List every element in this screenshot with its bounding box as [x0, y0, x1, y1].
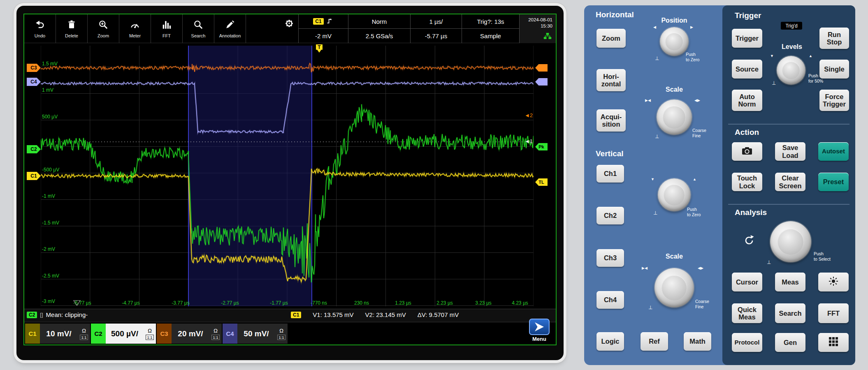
vertical-position-knob[interactable] — [658, 178, 691, 211]
trigger-level-cell[interactable]: -2 mV — [298, 29, 348, 43]
auto-norm-button[interactable]: Auto Norm — [732, 90, 762, 111]
right-marker-0[interactable] — [535, 64, 548, 72]
svg-text:T: T — [318, 44, 321, 50]
up-arrow-icon — [693, 177, 696, 181]
navigation-knob[interactable] — [770, 221, 811, 262]
preset-button[interactable]: Preset — [818, 173, 849, 191]
vertical-section-title: Vertical — [596, 149, 624, 158]
right-marker-pk[interactable]: Pk — [535, 143, 548, 150]
svg-text:-1.77 µs: -1.77 µs — [270, 300, 288, 306]
delete-button[interactable]: Delete — [56, 14, 88, 43]
svg-text:-2.5 mV: -2.5 mV — [42, 273, 59, 279]
search-button[interactable]: Search — [183, 14, 214, 43]
svg-text:◄2: ◄2 — [525, 112, 533, 118]
channel-marker-c4[interactable]: C4 — [27, 78, 41, 86]
vertical-scale-knob[interactable] — [654, 268, 694, 308]
measure-brackets-icon: [] — [40, 312, 43, 318]
meter-button[interactable]: Meter — [119, 14, 151, 43]
ch3-button[interactable]: Ch3 — [596, 249, 624, 267]
logic-button[interactable]: Logic — [596, 332, 624, 351]
horizontal-position-knob[interactable] — [660, 27, 689, 56]
acquisition-button[interactable]: Acqui- sition — [596, 109, 626, 132]
svg-text:500 µV: 500 µV — [42, 114, 58, 120]
gen-button[interactable]: Gen — [775, 333, 805, 352]
channel1-settings[interactable]: C1 10 mV/ Ω1:1 — [25, 324, 90, 344]
ch4-button[interactable]: Ch4 — [596, 291, 624, 309]
save-load-button[interactable]: Save Load — [775, 142, 805, 161]
trigger-source-cell[interactable]: C1 — [298, 14, 348, 29]
trigger-status-cell[interactable]: Trig?: 13s — [462, 14, 520, 29]
protocol-button[interactable]: Protocol — [732, 333, 762, 352]
levels-label: Levels — [771, 43, 812, 51]
quick-meas-button[interactable]: Quick Meas — [732, 303, 762, 323]
trigger-mode-cell[interactable]: Norm — [348, 14, 410, 29]
toolbar-label: Zoom — [97, 33, 109, 38]
autoset-button[interactable]: Autoset — [818, 142, 849, 161]
rs-logo — [529, 319, 550, 335]
horizontal-button[interactable]: Hori- zontal — [596, 69, 626, 91]
toolbar-label: FFT — [162, 33, 171, 38]
horizontal-position-cell[interactable]: -5.77 µs — [410, 29, 462, 43]
section-divider — [728, 124, 849, 125]
channel1-probe-ratio: 1:1 — [80, 335, 88, 340]
trigger-button[interactable]: Trigger — [732, 29, 762, 48]
source-button[interactable]: Source — [732, 60, 762, 79]
svg-text:2.23 µs: 2.23 µs — [436, 300, 453, 306]
clear-screen-button[interactable]: Clear Screen — [775, 173, 805, 191]
horizontal-scale-knob[interactable] — [657, 99, 692, 135]
undo-button[interactable]: Undo — [24, 14, 56, 43]
date-text: 2024-08-01 — [520, 17, 552, 23]
waveform-display[interactable]: 1.5 mV1 mV500 µV-500 µV-1 mV-1.5 mV-2 mV… — [24, 43, 556, 309]
down-arrow-icon — [770, 54, 774, 58]
channel2-probe-ratio: 1:1 — [146, 335, 153, 340]
single-button[interactable]: Single — [819, 60, 849, 79]
run-stop-button[interactable]: Run Stop — [819, 28, 849, 49]
annotation-button[interactable]: Annotation — [214, 14, 246, 43]
intensity-button[interactable] — [818, 273, 849, 291]
ch1-button[interactable]: Ch1 — [596, 165, 624, 183]
svg-text:◄1: ◄1 — [525, 138, 533, 144]
channel-marker-c3[interactable]: C3 — [27, 64, 41, 72]
meas-button[interactable]: Meas — [775, 273, 805, 291]
search-button[interactable]: Search — [775, 303, 805, 323]
channel2-tag: C2 — [91, 324, 106, 344]
section-divider — [728, 204, 849, 205]
measurement-bar: C2 [] Mean: clipping- C1 V1: 13.575 mV V… — [24, 309, 556, 322]
fft-button[interactable]: FFT — [151, 14, 183, 43]
settings-gear-button[interactable] — [279, 18, 299, 39]
channel1-scale: 10 mV/ — [40, 324, 78, 344]
apps-grid-button[interactable] — [818, 333, 849, 352]
channel-marker-c2[interactable]: C2 — [27, 145, 41, 153]
ch2-button[interactable]: Ch2 — [596, 207, 624, 224]
force-trigger-button[interactable]: Force Trigger — [819, 90, 849, 111]
fft-button[interactable]: FFT — [818, 303, 849, 323]
trigger-slope-icon — [326, 17, 334, 26]
timebase-cell[interactable]: 1 µs/ — [410, 14, 462, 29]
right-marker-1[interactable] — [535, 78, 548, 86]
scope-screen: UndoDeleteZoomMeterFFTSearchAnnotation C… — [23, 14, 557, 345]
samplerate-cell[interactable]: 2.5 GSa/s — [348, 29, 410, 43]
push-knob-icon — [772, 80, 776, 86]
cursor-button[interactable]: Cursor — [732, 273, 762, 291]
channel4-settings[interactable]: C4 50 mV/ Ω1:1 — [223, 324, 288, 344]
zoom-button[interactable]: Zoom — [88, 14, 119, 43]
acquisition-mode-cell[interactable]: Sample — [462, 29, 520, 43]
datetime-display: 2024-08-01 15:30 — [520, 14, 556, 43]
action-section-title: Action — [735, 128, 759, 137]
toolbar-icons: UndoDeleteZoomMeterFFTSearchAnnotation — [24, 14, 246, 43]
zoom-button[interactable]: Zoom — [596, 29, 626, 48]
position-label: Position — [654, 17, 695, 24]
screenshot-camera-button[interactable] — [732, 142, 762, 161]
channel2-scale: 500 µV/ — [106, 324, 144, 344]
trigger-level-knob[interactable] — [777, 56, 805, 85]
menu-button[interactable]: Menu — [526, 319, 552, 342]
channel3-settings[interactable]: C3 20 mV/ Ω1:1 — [157, 324, 222, 344]
ref-button[interactable]: Ref — [641, 332, 668, 351]
channel2-settings[interactable]: C2 500 µV/ Ω1:1 — [91, 324, 156, 344]
search-icon — [193, 20, 203, 31]
channel-marker-c1[interactable]: C1 — [27, 172, 41, 180]
touch-lock-button[interactable]: Touch Lock — [732, 173, 762, 191]
channel3-impedance: Ω — [214, 328, 218, 334]
math-button[interactable]: Math — [684, 332, 711, 351]
right-marker-tl[interactable]: TL — [535, 178, 548, 186]
